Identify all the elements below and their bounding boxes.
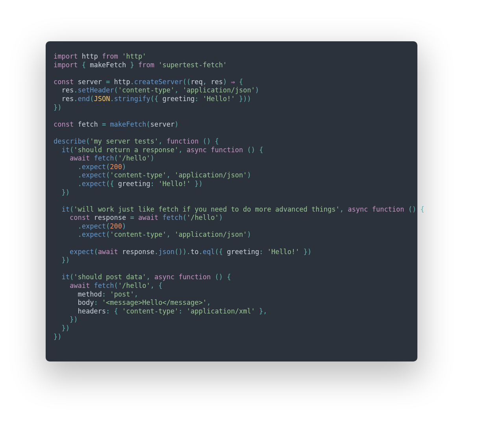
token-op: { <box>158 282 162 289</box>
token-kw: function <box>372 205 404 213</box>
token-pun <box>54 171 78 179</box>
token-op: ( <box>90 95 94 103</box>
token-op: . <box>74 95 78 103</box>
token-op: ({ <box>150 95 163 103</box>
token-str: '/hello' <box>118 282 150 289</box>
token-op: : <box>178 307 182 315</box>
token-op: , <box>340 205 344 213</box>
token-op: ) <box>255 86 259 94</box>
token-pun <box>110 78 114 86</box>
token-op: , <box>167 230 170 238</box>
token-pun <box>98 299 102 306</box>
token-str: 'application/json' <box>174 171 247 179</box>
token-pun <box>90 214 94 221</box>
token-pln: res <box>61 86 74 94</box>
token-fn: expect <box>82 180 106 188</box>
token-str: '<message>Hello</message>' <box>102 299 207 306</box>
token-pun <box>134 214 138 221</box>
token-fn: setHeader <box>78 86 114 94</box>
token-op: ( <box>146 120 150 128</box>
token-op: , <box>178 146 182 154</box>
token-kw: await <box>70 282 90 289</box>
token-op: { <box>82 61 90 69</box>
token-kw: from <box>138 61 154 69</box>
token-op: . <box>74 86 78 94</box>
token-op: : <box>150 180 154 188</box>
token-pun <box>199 137 203 145</box>
token-op: ( <box>183 214 187 221</box>
token-pun <box>243 146 247 154</box>
token-fn: it <box>61 205 69 213</box>
token-op: ) <box>150 154 154 162</box>
token-kw: const <box>70 214 90 221</box>
token-pun <box>170 230 174 238</box>
token-op: (( <box>183 78 191 86</box>
token-op: () <box>215 273 223 281</box>
token-str: 'supertest-fetch' <box>158 61 227 69</box>
token-op: . <box>154 248 158 256</box>
token-pun <box>126 214 130 221</box>
token-op: ) <box>223 78 227 86</box>
token-pun <box>207 78 211 86</box>
token-str: 'will work just like fetch if you need t… <box>74 205 340 213</box>
token-op: ( <box>70 146 74 154</box>
token-pun <box>54 180 78 188</box>
token-op: . <box>78 163 82 171</box>
token-str: 'post' <box>110 290 134 298</box>
token-op: })) <box>235 95 251 103</box>
token-pun <box>404 205 408 213</box>
token-op: ( <box>106 163 110 171</box>
token-kw: const <box>54 120 74 128</box>
token-pun <box>54 222 78 230</box>
token-fn: fetch <box>162 214 182 221</box>
token-pun <box>106 290 110 298</box>
token-str: 'Hello!' <box>158 180 191 188</box>
code-card: import http from 'http' import { makeFet… <box>46 41 417 361</box>
token-op: ( <box>114 154 118 162</box>
token-str: 'content-type' <box>118 86 174 94</box>
token-cls: JSON <box>94 95 110 103</box>
token-fn: it <box>61 273 69 281</box>
token-op: ( <box>106 230 110 238</box>
token-pun <box>110 307 114 315</box>
token-pun <box>54 273 61 281</box>
token-pln: to <box>191 248 198 256</box>
token-pun <box>102 78 106 86</box>
token-op: }) <box>300 248 312 256</box>
token-op: , <box>174 86 178 94</box>
token-pun <box>54 154 70 162</box>
token-pun <box>170 171 174 179</box>
token-op: }) <box>61 256 69 264</box>
token-pun <box>74 78 78 86</box>
token-str: 'http' <box>122 52 146 60</box>
token-op: { <box>239 78 243 86</box>
token-op: ) <box>122 222 126 230</box>
token-op: ) <box>122 163 126 171</box>
token-pun <box>158 214 162 221</box>
token-str: 'content-type' <box>110 171 166 179</box>
code-block: import http from 'http' import { makeFet… <box>54 52 410 341</box>
token-pun <box>154 282 158 289</box>
token-pun <box>199 95 203 103</box>
token-op: ) <box>247 230 251 238</box>
token-fn: expect <box>82 222 106 230</box>
token-pun <box>150 273 154 281</box>
token-pun <box>54 95 61 103</box>
token-pln: body <box>78 299 94 306</box>
token-pun <box>54 324 61 332</box>
token-op: ({ <box>215 248 227 256</box>
token-op: ( <box>106 222 110 230</box>
token-op: . <box>130 78 134 86</box>
token-pun <box>54 214 70 221</box>
token-num: 200 <box>110 163 122 171</box>
token-fn: expect <box>82 171 106 179</box>
token-str: 'application/xml' <box>187 307 255 315</box>
token-pln: response <box>94 214 126 221</box>
token-op: ( <box>106 171 110 179</box>
token-pun <box>178 86 182 94</box>
token-op: }) <box>61 188 69 196</box>
token-kw: function <box>178 273 211 281</box>
token-fn: fetch <box>94 154 114 162</box>
token-op: . <box>78 222 82 230</box>
token-op: ( <box>114 86 118 94</box>
